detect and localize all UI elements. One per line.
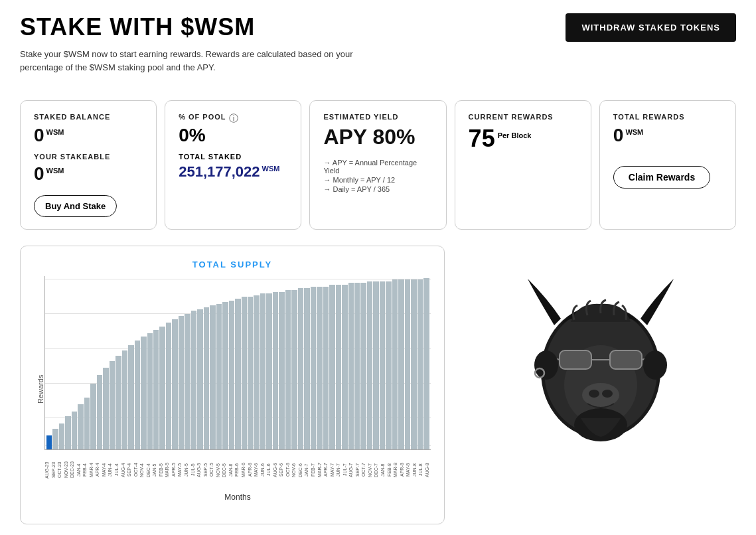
x-label: FEB-5 xyxy=(159,450,165,490)
x-label: JUL-7 xyxy=(342,450,349,490)
x-label: AUG-7 xyxy=(348,450,355,490)
bar xyxy=(235,299,240,449)
x-label: NOV-4 xyxy=(139,450,146,490)
bars-area: 2,000,000,0001,900,000,0001,800,000,0001… xyxy=(44,276,431,450)
cards-row: STAKED BALANCE 0WSM YOUR STAKEABLE 0WSM … xyxy=(20,100,736,230)
bar xyxy=(311,287,316,449)
x-label: MAY-5 xyxy=(177,450,184,490)
x-label: OCT-5 xyxy=(209,450,216,490)
staked-balance-card: STAKED BALANCE 0WSM YOUR STAKEABLE 0WSM … xyxy=(20,100,157,230)
x-axis-title: Months xyxy=(44,493,431,502)
bar xyxy=(110,361,115,449)
x-label: MAR-8 xyxy=(393,450,400,490)
bar xyxy=(153,330,159,449)
buy-and-stake-button[interactable]: Buy And Stake xyxy=(34,195,117,217)
x-label: AUG-23 xyxy=(44,450,51,490)
x-label: NOV-7 xyxy=(368,450,374,490)
x-label: APR-7 xyxy=(323,450,330,490)
x-label: SEP-5 xyxy=(203,450,210,490)
x-label: JUN-4 xyxy=(108,450,114,490)
x-label: SEP-7 xyxy=(355,450,362,490)
x-label: JAN-5 xyxy=(152,450,159,490)
x-label: JUL-6 xyxy=(266,450,273,490)
x-label: APR-4 xyxy=(95,450,102,490)
pool-card: % OF POOL ⓘ 0% TOTAL STAKED 251,177,022W… xyxy=(165,100,301,230)
svg-rect-3 xyxy=(560,350,591,369)
bar xyxy=(216,304,222,449)
bar xyxy=(128,345,133,449)
current-rewards-label: CURRENT REWARDS xyxy=(469,113,577,121)
current-rewards-value: 75Per Block xyxy=(469,125,577,153)
bar xyxy=(373,281,378,449)
x-label: JAN-4 xyxy=(76,450,83,490)
bar xyxy=(72,412,77,449)
bar xyxy=(97,375,102,449)
bar xyxy=(115,356,121,449)
bar xyxy=(354,283,360,449)
x-label: NOV-6 xyxy=(291,450,298,490)
x-label: JUL-8 xyxy=(418,450,425,490)
chart-wrap: Rewards 2,000,000,0001,900,000,0001,800,… xyxy=(34,276,431,502)
x-label: DEC-23 xyxy=(70,450,76,490)
bar xyxy=(329,285,335,449)
apy-note-3: → Daily = APY / 365 xyxy=(323,185,432,193)
bar xyxy=(380,281,385,449)
x-label: MAR-7 xyxy=(317,450,324,490)
bar xyxy=(84,398,90,449)
bar xyxy=(103,368,108,449)
x-label: JUL-5 xyxy=(190,450,197,490)
bar xyxy=(166,323,171,449)
info-icon[interactable]: ⓘ xyxy=(229,113,238,125)
x-label: AUG-6 xyxy=(273,450,279,490)
apy-note-2: → Monthly = APY / 12 xyxy=(323,176,432,184)
bar xyxy=(191,311,196,449)
staked-balance-label: STAKED BALANCE xyxy=(34,113,143,121)
x-label: MAY-6 xyxy=(254,450,260,490)
svg-point-11 xyxy=(534,350,558,380)
bar xyxy=(298,288,303,449)
bar xyxy=(342,285,347,449)
bar xyxy=(248,297,253,449)
bar xyxy=(242,297,247,449)
bar xyxy=(405,279,410,449)
bar xyxy=(78,404,83,449)
bar xyxy=(222,302,228,449)
x-label: JAN-8 xyxy=(380,450,387,490)
x-label: SEP-4 xyxy=(127,450,133,490)
bar xyxy=(291,290,297,449)
x-label: SEP-23 xyxy=(51,450,58,490)
current-rewards-card: CURRENT REWARDS 75Per Block xyxy=(455,100,591,230)
x-label: APR-6 xyxy=(248,450,254,490)
pool-label: % OF POOL xyxy=(179,113,226,121)
bar xyxy=(336,285,341,449)
x-label: FEB-6 xyxy=(234,450,241,490)
bar xyxy=(285,290,291,449)
x-label: DEC-7 xyxy=(374,450,380,490)
bar xyxy=(185,314,190,449)
total-staked-value: 251,177,022WSM xyxy=(179,163,287,181)
x-label: MAY-7 xyxy=(330,450,337,490)
x-label: AUG-8 xyxy=(425,450,431,490)
page-title: STAKE WITH $WSM xyxy=(20,13,392,41)
withdraw-button[interactable]: WITHDRAW STAKED TOKENS xyxy=(566,13,736,42)
x-label: FEB-7 xyxy=(311,450,317,490)
x-label: DEC-4 xyxy=(146,450,153,490)
stakeable-value: 0WSM xyxy=(34,163,143,185)
bar xyxy=(204,307,209,449)
mascot-image xyxy=(514,272,687,458)
bar xyxy=(266,293,271,449)
bar xyxy=(411,279,416,449)
x-label: DEC-5 xyxy=(222,450,228,490)
bar xyxy=(260,293,265,449)
svg-point-9 xyxy=(589,390,599,398)
apy-note-1: → APY = Annual Percentage Yield xyxy=(323,159,432,175)
svg-point-12 xyxy=(643,350,667,380)
claim-rewards-button[interactable]: Claim Rewards xyxy=(613,166,710,189)
bar xyxy=(122,350,127,449)
x-label: OCT-7 xyxy=(361,450,368,490)
x-label: OCT-23 xyxy=(57,450,64,490)
x-label: MAR-5 xyxy=(165,450,171,490)
x-label: FEB-8 xyxy=(387,450,394,490)
bar xyxy=(423,278,429,449)
bar xyxy=(46,435,52,449)
